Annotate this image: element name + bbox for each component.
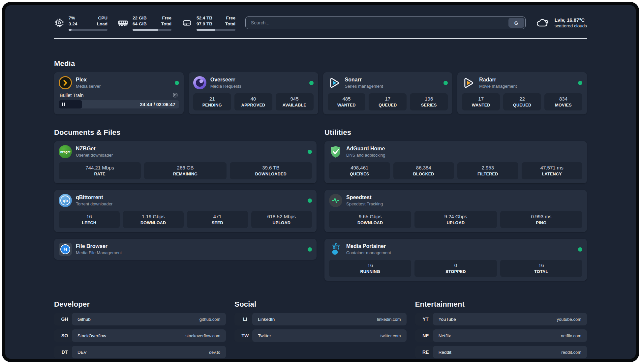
stat-running: 16 RUNNING [329,260,411,277]
stat-value: 16 [502,262,581,268]
search-provider-button[interactable]: G [508,18,524,28]
ram-total-label: Total [157,21,171,27]
app-card-plex[interactable]: Plex Media server Bullet Train [54,72,184,114]
disk-progress-fill [197,29,215,31]
stat-download: 9.65 Gbps DOWNLOAD [329,211,411,228]
stat-label: LEECH [60,221,118,225]
app-desc: Container management [346,250,391,255]
ram-free-label: Free [157,15,171,21]
header-divider [54,38,587,39]
bookmark-twitter[interactable]: TW Twitter twitter.com [234,329,406,342]
bookmark-github[interactable]: GH Github github.com [54,313,226,325]
playback-time: 24:44 / 02:06:47 [140,102,179,107]
stat-label: RUNNING [330,269,410,274]
app-card-overseerr[interactable]: Overseerr Media Requests 21 PENDING 40 A… [189,72,318,114]
cpu-label: CPU [90,15,107,21]
stat-label: LATENCY [523,172,581,176]
stat-label: SERIES [411,103,446,107]
section-title-media: Media [54,59,587,68]
stat-label: RATE [60,172,139,176]
bookmark-youtube[interactable]: YT YouTube youtube.com [415,313,587,325]
app-card-radarr[interactable]: Radarr Movie management 17 WANTED 22 QUE… [457,72,587,114]
stat-queued: 22 QUEUED [503,93,541,110]
status-online-dot [578,81,582,85]
status-online-dot [308,150,312,154]
bookmark-reddit[interactable]: RE Reddit reddit.com [415,346,587,358]
stat-pending: 21 PENDING [193,93,231,110]
app-card-speedtest[interactable]: Speedtest Speedtest Tracking 9.65 Gbps D… [324,190,587,232]
bookmark-dev[interactable]: DT DEV dev.to [54,346,226,358]
search-input[interactable] [246,20,507,25]
stat-label: FILTERED [459,172,517,176]
stat-total: 16 TOTAL [500,260,582,277]
ram-progress-fill [133,29,158,31]
stat-label: WANTED [329,103,364,107]
bookmark-url: github.com [199,317,221,322]
stat-value: 196 [411,96,446,102]
stat-label: DOWNLOAD [124,221,183,225]
app-name: Speedtest [346,195,383,200]
stat-upload: 618.52 Mbps UPLOAD [251,211,312,228]
cpu-progress-track [69,29,107,31]
cpu-load: 3.24 [69,21,84,27]
stat-value: 21 [195,96,230,102]
stat-wanted: 485 WANTED [328,93,366,110]
status-online-dot [443,81,448,85]
app-name: Radarr [479,77,517,83]
stat-value: 17 [370,96,405,102]
app-card-filebrowser[interactable]: File Browser Media File Management [54,239,317,260]
stat-seed: 471 SEED [187,211,248,228]
ram-progress-track [133,29,171,31]
filebrowser-icon [59,243,72,256]
disk-free: 52.4 TB [197,15,215,21]
stat-value: 266 GB [145,165,225,170]
bookmark-stackoverflow[interactable]: SO StackOverflow stackoverflow.com [54,329,226,342]
stat-label: UPLOAD [253,221,311,225]
stat-value: 485 [329,96,364,102]
bookmark-name: DEV [77,350,87,355]
stat-queued: 17 QUEUED [369,93,407,110]
stat-approved: 40 APPROVED [234,93,272,110]
app-card-nzbget[interactable]: nzbget NZBGet Usenet downloader 744.21 M… [54,141,317,183]
stat-wanted: 17 WANTED [462,93,500,110]
app-card-adguard[interactable]: AdGuard Home DNS and adblocking 498,461 … [324,141,587,183]
app-desc: DNS and adblocking [346,153,385,158]
bookmark-name: Twitter [258,333,271,338]
stat-movies: 834 MOVIES [544,93,582,110]
app-card-portainer[interactable]: Media Portainer Container management 16 … [324,239,587,281]
ram-icon [117,17,129,28]
stat-label: AVAILABLE [277,103,312,107]
app-name: NZBGet [76,146,113,152]
app-desc: Speedtest Tracking [346,201,383,206]
app-desc: Torrent downloader [76,201,112,206]
stat-value: 40 [236,96,271,102]
stat-blocked: 86,384 BLOCKED [393,162,454,179]
bookmark-linkedin[interactable]: LI LinkedIn linkedin.com [234,313,406,325]
stat-label: UPLOAD [416,221,495,225]
transcode-icon [172,92,178,98]
app-card-qbittorrent[interactable]: qb qBittorrent Torrent downloader 16 LEE… [54,190,317,232]
bookmark-name: Github [77,317,91,322]
stat-ping: 0.993 ms PING [500,211,582,228]
stat-label: QUEUED [504,103,540,107]
stat-label: REMAINING [145,172,225,176]
window-frame: 7% CPU 3.24 Load [2,2,639,362]
app-name: Sonarr [345,77,383,83]
stat-label: TOTAL [502,269,581,274]
app-desc: Media File Management [76,250,122,255]
system-metrics: 7% CPU 3.24 Load [54,15,235,31]
bookmark-url: netflix.com [561,333,581,338]
weather-widget: Lviv, 16.87°C scattered clouds [535,17,587,29]
stat-label: MOVIES [546,103,581,107]
bookmark-url: dev.to [209,350,220,355]
stat-label: DOWNLOAD [330,221,410,225]
section-title-entertainment: Entertainment [415,300,587,309]
overseerr-icon [193,76,206,89]
app-card-sonarr[interactable]: Sonarr Series management 485 WANTED 17 Q… [323,72,453,114]
stat-label: PING [502,221,581,225]
cpu-progress-fill [69,29,72,31]
disk-total: 97.9 TB [197,21,215,27]
stat-value: 744.21 Mbps [60,165,139,170]
bookmark-url: youtube.com [557,317,581,322]
bookmark-netflix[interactable]: NF Netflix netflix.com [415,329,587,342]
